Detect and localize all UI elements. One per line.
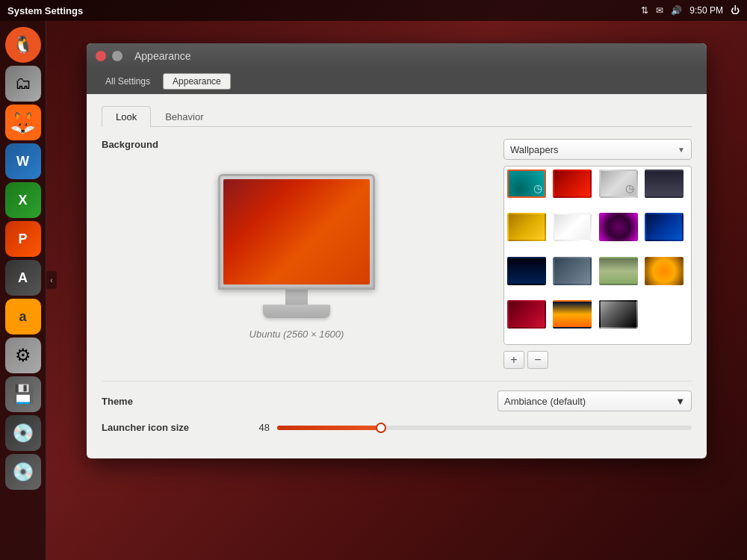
launcher-icon-dvd2[interactable]: 💿	[5, 454, 41, 490]
dropdown-arrow-icon: ▼	[678, 146, 685, 154]
window-minimize-button[interactable]	[112, 51, 123, 61]
left-column: Background Ubuntu (2560 × 1600)	[102, 139, 492, 369]
wallpaper-type-dropdown[interactable]: Wallpapers ▼	[503, 139, 692, 160]
breadcrumb-all-settings[interactable]: All Settings	[96, 73, 160, 90]
launcher-icon-firefox[interactable]: 🦊	[5, 105, 41, 140]
wallpaper-item[interactable]	[645, 213, 684, 241]
wallpaper-item[interactable]	[553, 300, 592, 329]
window-title: Appearance	[134, 50, 191, 62]
wallpaper-item[interactable]	[507, 169, 546, 198]
slider-container: 48	[251, 422, 692, 433]
breadcrumb-bar: All Settings Appearance	[87, 69, 707, 94]
slider-fill	[277, 426, 381, 430]
theme-value: Ambiance (default)	[504, 396, 586, 407]
launcher: 🐧 🗂 🦊 W X P A a ⚙ 💾 💿 💿	[0, 21, 46, 560]
monitor-caption: Ubuntu (2560 × 1600)	[249, 329, 344, 340]
volume-icon: 🔊	[671, 5, 682, 16]
wallpaper-item[interactable]	[599, 300, 638, 329]
tab-behavior[interactable]: Behavior	[151, 106, 217, 127]
theme-row: Theme Ambiance (default) ▼	[102, 391, 692, 411]
tab-content: Background Ubuntu (2560 × 1600) Wallp	[102, 139, 692, 369]
add-wallpaper-button[interactable]: +	[503, 351, 524, 369]
monitor-frame	[218, 174, 375, 290]
wallpaper-item[interactable]	[507, 213, 546, 241]
wallpaper-item[interactable]	[553, 257, 592, 285]
breadcrumb-appearance[interactable]: Appearance	[163, 73, 231, 90]
grid-buttons: + −	[503, 351, 692, 369]
topbar-icons: ⇅ ✉ 🔊 9:50 PM ⏻	[641, 5, 740, 16]
launcher-size-row: Launcher icon size 48	[102, 422, 692, 433]
tabs: Look Behavior	[102, 106, 692, 127]
theme-label: Theme	[102, 396, 251, 407]
theme-control: Ambiance (default) ▼	[251, 391, 692, 411]
launcher-size-control: 48	[251, 422, 692, 433]
wallpaper-grid	[503, 166, 692, 345]
monitor-base	[263, 305, 330, 318]
appearance-window: Appearance All Settings Appearance Look …	[87, 43, 707, 458]
mail-icon: ✉	[656, 5, 663, 16]
window-body: Look Behavior Background Ubuntu (2560 × …	[87, 94, 707, 458]
wallpaper-item[interactable]	[599, 169, 638, 198]
theme-dropdown-arrow-icon: ▼	[675, 396, 685, 407]
launcher-icon-size-label: Launcher icon size	[102, 422, 251, 433]
clock: 9:50 PM	[689, 5, 723, 16]
theme-dropdown[interactable]: Ambiance (default) ▼	[498, 391, 692, 411]
wallpaper-dropdown-label: Wallpapers	[510, 144, 559, 155]
launcher-icon-amazon[interactable]: a	[5, 299, 41, 335]
monitor-neck	[285, 290, 308, 305]
main-area: Appearance All Settings Appearance Look …	[46, 21, 747, 560]
wallpaper-item[interactable]	[599, 213, 638, 241]
slider-track	[277, 426, 692, 430]
background-label: Background	[102, 139, 492, 150]
launcher-icon-writer[interactable]: W	[5, 143, 41, 179]
tab-look[interactable]: Look	[102, 106, 151, 127]
wallpaper-item[interactable]	[553, 213, 592, 241]
transfer-icon: ⇅	[641, 5, 648, 16]
launcher-icon-floppy[interactable]: 💾	[5, 376, 41, 412]
launcher-icon-ubuntu[interactable]: 🐧	[5, 27, 41, 63]
topbar-title: System Settings	[7, 5, 641, 16]
power-icon: ⏻	[731, 5, 740, 16]
wallpaper-item[interactable]	[645, 169, 684, 198]
bottom-section: Theme Ambiance (default) ▼ Launcher icon…	[102, 381, 692, 433]
launcher-icon-dvd[interactable]: 💿	[5, 415, 41, 451]
topbar: System Settings ⇅ ✉ 🔊 9:50 PM ⏻	[0, 0, 747, 21]
monitor-preview: Ubuntu (2560 × 1600)	[102, 159, 492, 340]
window-titlebar: Appearance	[87, 43, 707, 69]
launcher-icon-calc[interactable]: X	[5, 182, 41, 218]
launcher-icon-impress[interactable]: P	[5, 221, 41, 257]
window-close-button[interactable]	[96, 51, 106, 61]
wallpaper-item[interactable]	[553, 169, 592, 198]
wallpaper-item[interactable]	[507, 257, 546, 285]
slider-thumb[interactable]	[376, 423, 386, 433]
wallpaper-item[interactable]	[645, 257, 684, 285]
launcher-icon-settings[interactable]: ⚙	[5, 337, 41, 373]
slider-value: 48	[251, 422, 270, 433]
launcher-icon-files[interactable]: 🗂	[5, 66, 41, 102]
launcher-icon-font[interactable]: A	[5, 260, 41, 296]
wallpaper-item[interactable]	[599, 257, 638, 285]
wallpaper-item[interactable]	[507, 300, 546, 329]
launcher-collapse-arrow[interactable]: ‹	[46, 271, 57, 289]
remove-wallpaper-button[interactable]: −	[527, 351, 548, 369]
monitor-screen	[223, 179, 370, 284]
right-column: Wallpapers ▼	[503, 139, 692, 369]
